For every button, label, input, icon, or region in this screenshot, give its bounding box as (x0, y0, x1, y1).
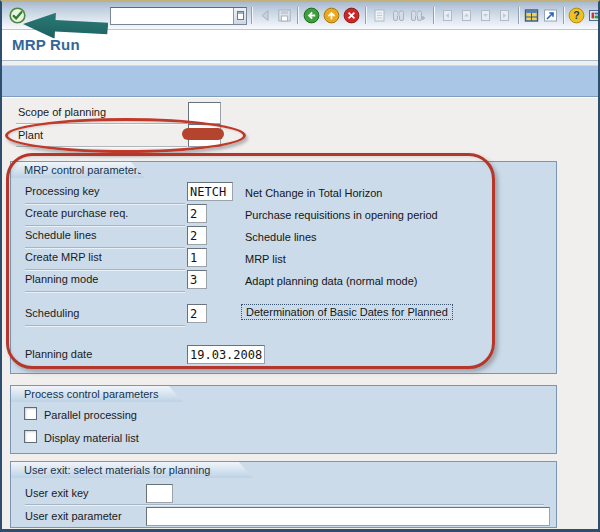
toolbar-separator (297, 7, 299, 24)
annotation-plant-circle (5, 118, 246, 153)
toolbar-separator (251, 7, 253, 24)
nav-back-icon[interactable] (303, 7, 320, 24)
user-exit-key-label: User exit key (25, 487, 89, 499)
toolbar-separator (365, 7, 367, 24)
last-page-icon[interactable] (496, 7, 513, 24)
group-tab: Process control parameters (11, 385, 183, 402)
svg-text:?: ? (573, 9, 579, 21)
enter-icon[interactable] (9, 7, 26, 24)
process-control-parameters-group: Process control parameters Parallel proc… (10, 385, 557, 454)
annotation-mrp-rectangle (6, 153, 495, 369)
customize-layout-icon[interactable] (587, 7, 600, 24)
group-title: Process control parameters (24, 388, 159, 400)
nav-exit-icon[interactable] (323, 7, 340, 24)
parallel-processing-label: Parallel processing (44, 409, 137, 421)
back-triangle-icon[interactable] (257, 7, 274, 24)
user-exit-parameter-label: User exit parameter (25, 510, 122, 522)
title-band: MRP Run (2, 30, 598, 61)
shortcut-icon[interactable] (542, 7, 559, 24)
field-separator (25, 504, 544, 505)
display-material-list-checkbox[interactable] (24, 430, 37, 443)
command-input[interactable] (112, 9, 232, 23)
help-icon[interactable]: ? (568, 7, 585, 24)
toolbar-separator (433, 7, 435, 24)
display-material-list-label: Display material list (44, 432, 139, 444)
toolbar-separator (518, 7, 520, 24)
group-tab: User exit: select materials for planning (11, 461, 253, 478)
find-next-icon[interactable] (409, 7, 426, 24)
page-title: MRP Run (12, 36, 80, 53)
find-icon[interactable] (390, 7, 407, 24)
prev-page-icon[interactable] (458, 7, 475, 24)
command-dropdown-icon[interactable] (233, 8, 246, 24)
first-page-icon[interactable] (439, 7, 456, 24)
group-title: User exit: select materials for planning (24, 464, 210, 476)
next-page-icon[interactable] (477, 7, 494, 24)
sap-window: ? MRP Run Scope of planning Plant MRP co… (0, 0, 600, 532)
save-icon[interactable] (276, 7, 293, 24)
nav-cancel-icon[interactable] (343, 7, 360, 24)
application-toolbar (2, 65, 598, 97)
user-exit-parameter-input[interactable] (146, 507, 550, 526)
print-icon[interactable] (371, 7, 388, 24)
toolbar-separator (563, 7, 565, 24)
user-exit-group: User exit: select materials for planning… (10, 461, 557, 528)
new-session-icon[interactable] (523, 7, 540, 24)
command-field[interactable] (110, 7, 247, 25)
scope-of-planning-label: Scope of planning (18, 106, 106, 118)
parallel-processing-checkbox[interactable] (24, 407, 37, 420)
user-exit-key-input[interactable] (146, 484, 173, 503)
